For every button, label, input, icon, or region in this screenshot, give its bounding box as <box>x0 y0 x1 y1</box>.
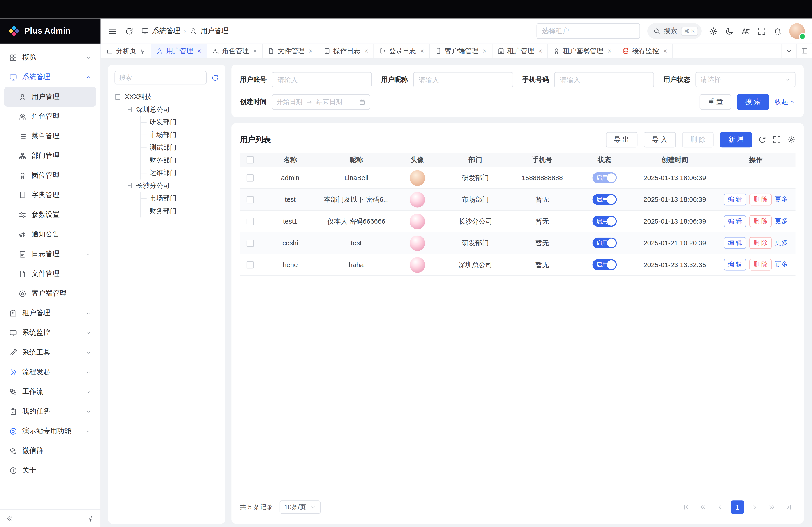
close-icon[interactable]: × <box>538 48 542 54</box>
close-icon[interactable]: × <box>663 48 667 54</box>
import-button[interactable]: 导 入 <box>644 132 676 147</box>
tree-leaf[interactable]: 测试部门 <box>141 141 219 154</box>
more-actions-link[interactable]: 更多 <box>775 239 788 247</box>
edit-button[interactable]: 编 辑 <box>724 194 746 206</box>
phone-input[interactable] <box>554 72 654 88</box>
status-select[interactable]: 请选择 <box>695 72 795 88</box>
global-search[interactable]: 搜索 ⌘ K <box>647 23 702 39</box>
pin-icon[interactable] <box>140 48 146 54</box>
tab-dropdown-icon[interactable] <box>781 44 796 58</box>
jump-back-icon[interactable] <box>697 501 710 514</box>
collapse-sidebar-icon[interactable] <box>6 515 14 522</box>
tab-analysis[interactable]: 分析页 <box>101 44 151 58</box>
sidebar-item-overview[interactable]: 概览 <box>4 48 96 67</box>
tree-refresh-icon[interactable] <box>211 74 219 81</box>
sidebar-item-process-start[interactable]: 流程发起 <box>4 362 96 382</box>
sidebar-item-notice[interactable]: 通知公告 <box>4 225 96 244</box>
table-fullscreen-icon[interactable] <box>773 136 781 144</box>
fullscreen-icon[interactable] <box>757 27 766 35</box>
sidebar-item-file-mgmt[interactable]: 文件管理 <box>4 264 96 284</box>
dark-mode-icon[interactable] <box>725 27 734 35</box>
more-actions-link[interactable]: 更多 <box>775 217 788 226</box>
tab-ops-log[interactable]: 操作日志 × <box>318 44 374 58</box>
sidebar-item-workflow[interactable]: 工作流 <box>4 382 96 402</box>
breadcrumb-item[interactable]: 系统管理 <box>152 26 180 35</box>
settings-icon[interactable] <box>709 27 718 35</box>
more-actions-link[interactable]: 更多 <box>775 260 788 269</box>
delete-row-button[interactable]: 删 除 <box>749 194 772 206</box>
row-checkbox[interactable] <box>247 217 254 225</box>
prev-page-icon[interactable] <box>714 501 727 514</box>
add-button[interactable]: 新 增 <box>720 132 752 147</box>
refresh-page-icon[interactable] <box>125 27 133 35</box>
close-icon[interactable]: × <box>483 48 487 54</box>
delete-row-button[interactable]: 删 除 <box>749 259 772 271</box>
tab-tenant-mgmt[interactable]: 租户管理 × <box>492 44 548 58</box>
nickname-input[interactable] <box>413 72 513 88</box>
sidebar-item-demo-features[interactable]: 演示站专用功能 <box>4 421 96 441</box>
tab-layout-icon[interactable] <box>796 44 812 58</box>
tree-leaf[interactable]: 财务部门 <box>141 205 219 217</box>
next-page-icon[interactable] <box>748 501 761 514</box>
tab-role-mgmt[interactable]: 角色管理 × <box>207 44 263 58</box>
page-size-select[interactable]: 10条/页 <box>280 501 321 514</box>
sidebar-item-user-mgmt[interactable]: 用户管理 <box>4 87 96 107</box>
sidebar-item-post-mgmt[interactable]: 岗位管理 <box>4 166 96 185</box>
tab-user-mgmt[interactable]: 用户管理 × <box>151 44 207 58</box>
hamburger-menu-icon[interactable] <box>108 27 117 35</box>
status-toggle[interactable]: 启用 <box>592 172 617 183</box>
close-icon[interactable]: × <box>607 48 611 54</box>
tab-cache-monitor[interactable]: 缓存监控 × <box>617 44 673 58</box>
sidebar-item-dict-mgmt[interactable]: 字典管理 <box>4 185 96 205</box>
sidebar-item-tenant-mgmt[interactable]: 租户管理 <box>4 303 96 323</box>
tab-tenant-package-mgmt[interactable]: 租户套餐管理 × <box>548 44 617 58</box>
tab-client-mgmt[interactable]: 客户端管理 × <box>430 44 492 58</box>
tree-leaf[interactable]: 研发部门 <box>141 116 219 129</box>
sidebar-item-role-mgmt[interactable]: 角色管理 <box>4 107 96 126</box>
sidebar-item-param-settings[interactable]: 参数设置 <box>4 205 96 225</box>
delete-button[interactable]: 删 除 <box>682 132 714 147</box>
tree-node-shenzhen[interactable]: 深圳总公司 <box>126 103 219 116</box>
collapse-node-icon[interactable] <box>126 106 133 113</box>
tree-search-input[interactable] <box>114 71 207 85</box>
close-icon[interactable]: × <box>197 48 201 54</box>
tenant-select[interactable]: 选择租户 <box>536 23 640 39</box>
table-settings-icon[interactable] <box>787 136 796 144</box>
sidebar-item-dept-mgmt[interactable]: 部门管理 <box>4 146 96 165</box>
sidebar-item-system-monitor[interactable]: 系统监控 <box>4 323 96 343</box>
tree-leaf[interactable]: 运维部门 <box>141 167 219 179</box>
jump-forward-icon[interactable] <box>765 501 778 514</box>
sidebar-item-log-mgmt[interactable]: 日志管理 <box>4 244 96 264</box>
search-button[interactable]: 搜 索 <box>737 94 769 110</box>
select-all-checkbox[interactable] <box>247 156 254 163</box>
pin-sidebar-icon[interactable] <box>87 515 94 522</box>
sidebar-item-client-mgmt[interactable]: 客户端管理 <box>4 284 96 303</box>
close-icon[interactable]: × <box>309 48 313 54</box>
close-icon[interactable]: × <box>364 48 368 54</box>
sidebar-item-about[interactable]: 关于 <box>4 461 96 480</box>
first-page-icon[interactable] <box>679 501 693 514</box>
tree-leaf[interactable]: 财务部门 <box>141 154 219 167</box>
account-input[interactable] <box>272 72 372 88</box>
sidebar-item-system-tools[interactable]: 系统工具 <box>4 343 96 362</box>
close-icon[interactable]: × <box>420 48 424 54</box>
delete-row-button[interactable]: 删 除 <box>749 237 772 249</box>
row-checkbox[interactable] <box>247 261 254 268</box>
sidebar-item-system-mgmt[interactable]: 系统管理 <box>4 67 96 87</box>
table-refresh-icon[interactable] <box>758 136 766 144</box>
status-toggle[interactable]: 启用 <box>592 259 617 270</box>
row-checkbox[interactable] <box>247 196 254 203</box>
date-range-input[interactable]: 开始日期 结束日期 <box>272 94 370 110</box>
close-icon[interactable]: × <box>253 48 257 54</box>
tab-login-log[interactable]: 登录日志 × <box>374 44 430 58</box>
sidebar-item-menu-mgmt[interactable]: 菜单管理 <box>4 126 96 146</box>
user-avatar[interactable] <box>789 23 805 39</box>
status-toggle[interactable]: 启用 <box>592 216 617 227</box>
app-logo[interactable]: Plus Admin <box>0 19 100 44</box>
collapse-filters-link[interactable]: 收起 <box>775 97 796 107</box>
notifications-icon[interactable] <box>773 27 782 35</box>
delete-row-button[interactable]: 删 除 <box>749 215 772 227</box>
page-number[interactable]: 1 <box>731 501 744 514</box>
row-checkbox[interactable] <box>247 174 254 181</box>
row-checkbox[interactable] <box>247 239 254 246</box>
